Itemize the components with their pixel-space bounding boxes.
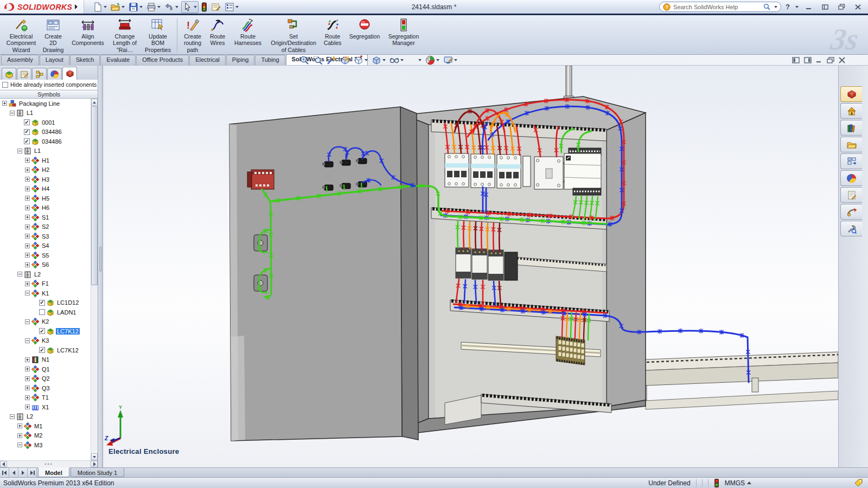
tree-item-s5[interactable]: S5	[0, 251, 91, 260]
scroll-thumb[interactable]	[91, 106, 98, 285]
doc-tab-model[interactable]: Model	[38, 467, 69, 477]
save-button[interactable]	[127, 2, 144, 12]
select-cursor-caret[interactable]	[194, 6, 197, 8]
tree-item-l1[interactable]: L1	[0, 146, 91, 156]
graphics-viewport[interactable]: Electrical Enclosure Y Z	[103, 66, 838, 467]
win-restore-button[interactable]	[827, 56, 834, 66]
help-icon[interactable]: ?	[786, 3, 790, 11]
file-properties-button[interactable]	[210, 2, 222, 12]
tab-last-icon[interactable]	[28, 468, 37, 477]
print-caret[interactable]	[157, 6, 161, 8]
tree-item-x1[interactable]: X1	[0, 402, 91, 412]
expander-plus-icon[interactable]	[25, 158, 30, 163]
scene-button[interactable]	[425, 55, 439, 65]
task-pane-tab-design-library[interactable]	[840, 120, 862, 136]
tag-icon[interactable]	[854, 479, 863, 487]
tree-checkbox[interactable]: ✓	[24, 119, 30, 125]
expander-plus-icon[interactable]	[17, 433, 22, 438]
hide-show-caret[interactable]	[400, 59, 404, 61]
search-options-caret[interactable]	[774, 6, 777, 8]
route-cables-button[interactable]: Route Cables	[321, 16, 344, 54]
panel-tab-display-manager[interactable]	[47, 68, 62, 80]
expander-plus-icon[interactable]	[25, 395, 30, 400]
undo-button[interactable]	[163, 2, 180, 12]
undo-caret[interactable]	[175, 6, 178, 8]
appearances-button[interactable]	[407, 55, 422, 65]
appearances-caret[interactable]	[418, 59, 422, 61]
task-pane-tab-file-explorer[interactable]	[840, 137, 862, 152]
expander-plus-icon[interactable]	[25, 357, 30, 362]
tree-item-0001[interactable]: ✓0001	[0, 118, 91, 127]
display-style-button[interactable]	[372, 55, 386, 65]
tree-checkbox[interactable]	[39, 309, 45, 315]
tree-item-h2[interactable]: H2	[0, 165, 91, 175]
view-orientation-caret[interactable]	[365, 59, 368, 61]
window-restore-button[interactable]	[835, 3, 847, 11]
tree-item-h3[interactable]: H3	[0, 175, 91, 184]
scroll-down-icon[interactable]	[91, 453, 98, 460]
win-close-button[interactable]	[839, 56, 845, 66]
menu-expand-icon[interactable]	[74, 4, 78, 9]
expander-plus-icon[interactable]	[25, 234, 30, 239]
tree-item-l2[interactable]: L2	[0, 412, 91, 422]
expander-plus-icon[interactable]	[25, 177, 30, 182]
set-origin-button[interactable]: Set Origin/Destination of Cables	[266, 16, 321, 54]
tab-tubing[interactable]: Tubing	[255, 55, 285, 65]
tree-item-h5[interactable]: H5	[0, 194, 91, 203]
tree-item-packaging-line[interactable]: Packaging Line	[0, 99, 91, 108]
expander-plus-icon[interactable]	[2, 101, 7, 106]
expander-minus-icon[interactable]	[25, 338, 30, 343]
tree-item-f1[interactable]: F1	[0, 279, 91, 289]
3d-scene[interactable]	[103, 66, 838, 467]
panel-tab-electrical-manager[interactable]	[62, 67, 77, 80]
tree-item-h4[interactable]: H4	[0, 184, 91, 194]
tree-item-q1[interactable]: Q1	[0, 364, 91, 374]
tree-item-ladn1[interactable]: LADN1	[0, 307, 91, 317]
hide-inserted-checkbox[interactable]	[2, 82, 8, 88]
task-pane-tab-custom-properties[interactable]	[840, 187, 862, 203]
tree-checkbox[interactable]: ✓	[39, 347, 45, 353]
tree-item-034486[interactable]: ✓034486	[0, 137, 91, 146]
search-icon[interactable]	[763, 3, 770, 10]
tab-prev-icon[interactable]	[9, 468, 18, 477]
align-components-button[interactable]: Align Components	[67, 16, 108, 54]
options-list-caret[interactable]	[235, 6, 239, 8]
tree-checkbox[interactable]: ✓	[24, 138, 30, 144]
expander-plus-icon[interactable]	[25, 253, 30, 258]
tab-electrical[interactable]: Electrical	[189, 55, 226, 65]
tree-item-034486[interactable]: ✓034486	[0, 127, 91, 137]
segregation-button[interactable]: Segregation	[344, 16, 385, 54]
window-minimize-button[interactable]	[803, 3, 815, 11]
expander-minus-icon[interactable]	[25, 319, 30, 324]
tree-item-m2[interactable]: M2	[0, 431, 91, 441]
route-harnesses-button[interactable]: Route Harnesses	[229, 16, 266, 54]
tab-layout[interactable]: Layout	[40, 55, 69, 65]
view-settings-button[interactable]	[443, 55, 457, 65]
routing-path-button[interactable]: !Create routing path	[180, 16, 206, 54]
expander-minus-icon[interactable]	[17, 272, 22, 277]
print-button[interactable]	[145, 2, 162, 12]
open-folder-button[interactable]	[110, 2, 126, 12]
task-pane-tab-home[interactable]	[840, 103, 862, 119]
expander-plus-icon[interactable]	[25, 224, 30, 229]
tree-item-s3[interactable]: S3	[0, 232, 91, 241]
tree-item-l2[interactable]: L2	[0, 269, 91, 279]
panel-tab-feature-manager[interactable]	[2, 68, 16, 80]
expander-plus-icon[interactable]	[25, 367, 30, 371]
panel-tab-configuration-manager[interactable]	[32, 68, 47, 80]
expander-plus-icon[interactable]	[25, 187, 30, 191]
window-pane-button[interactable]	[819, 3, 831, 11]
search-input[interactable]: ? Search SolidWorks Help	[659, 2, 781, 12]
expander-plus-icon[interactable]	[25, 376, 30, 381]
tab-evaluate[interactable]: Evaluate	[100, 55, 136, 65]
view-settings-caret[interactable]	[454, 59, 457, 61]
new-document-button[interactable]	[92, 2, 108, 12]
tab-piping[interactable]: Piping	[226, 55, 255, 65]
segregation-manager-button[interactable]: Segregation Manager	[385, 16, 423, 54]
tree-vertical-scrollbar[interactable]	[91, 99, 98, 460]
expander-plus-icon[interactable]	[25, 215, 30, 220]
route-wires-button[interactable]: Route Wires	[206, 16, 229, 54]
tree-item-s4[interactable]: S4	[0, 241, 91, 251]
pane-left-button[interactable]	[792, 56, 800, 66]
tree-item-k1[interactable]: K1	[0, 288, 91, 298]
